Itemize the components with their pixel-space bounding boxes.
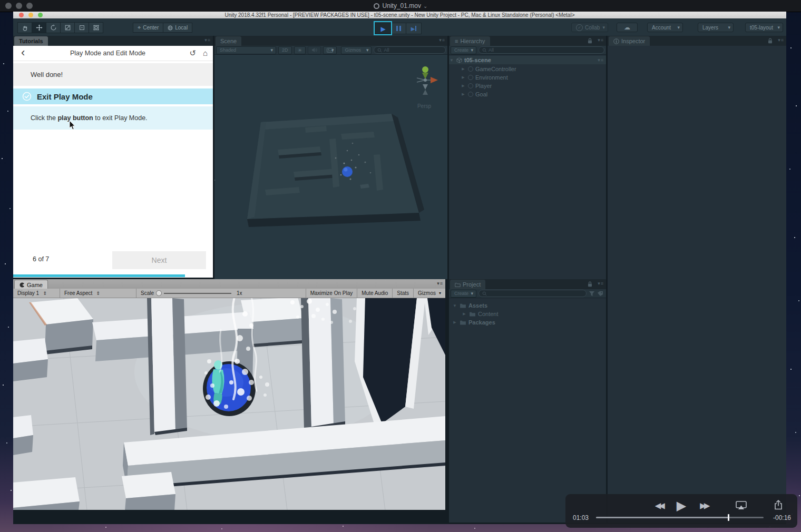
tutorial-progress-fill xyxy=(13,274,185,277)
game-viewport[interactable] xyxy=(13,298,445,510)
game-tabbar: Game xyxy=(13,279,445,289)
search-by-type-icon[interactable] xyxy=(589,291,595,297)
share-icon[interactable] xyxy=(774,500,783,510)
lock-icon[interactable] xyxy=(588,281,592,287)
foldout-icon[interactable]: ▶ xyxy=(461,92,466,96)
scene-gizmos-dropdown[interactable]: Gizmos xyxy=(341,46,372,54)
hierarchy-search-input[interactable]: All xyxy=(478,46,604,54)
hand-tool-button[interactable] xyxy=(17,22,32,33)
project-create-button[interactable]: Create xyxy=(451,290,476,298)
scale-slider[interactable]: Scale 1x xyxy=(136,289,247,298)
account-label: Account xyxy=(652,25,671,31)
pivot-center-button[interactable]: ⌖ Center xyxy=(133,23,163,33)
scene-effects-dropdown[interactable] xyxy=(323,46,337,54)
maximize-on-play-button[interactable]: Maximize On Play xyxy=(306,289,357,298)
scene-search-input[interactable]: All xyxy=(374,46,446,54)
next-button[interactable]: Next xyxy=(112,251,206,269)
display-dropdown[interactable]: Display 1 xyxy=(13,289,60,298)
account-dropdown[interactable]: Account xyxy=(647,23,683,32)
project-search-input[interactable] xyxy=(478,290,587,297)
aspect-dropdown[interactable]: Free Aspect xyxy=(60,289,136,298)
folder-icon xyxy=(460,320,466,325)
rotate-tool-button[interactable] xyxy=(46,22,60,33)
panel-menu-icon[interactable] xyxy=(439,37,445,43)
foldout-icon[interactable]: ▶ xyxy=(461,84,466,88)
hierarchy-item-label: Goal xyxy=(475,91,487,97)
restart-icon[interactable] xyxy=(189,48,196,58)
tab-inspector[interactable]: Inspector xyxy=(609,36,650,46)
rewind-icon[interactable] xyxy=(655,501,663,510)
back-icon[interactable] xyxy=(21,47,25,58)
scale-slider-knob[interactable] xyxy=(156,290,162,296)
fast-forward-icon[interactable] xyxy=(700,501,708,510)
airplay-icon[interactable] xyxy=(736,501,747,510)
tab-hierarchy[interactable]: Hierarchy xyxy=(450,36,490,46)
foldout-icon[interactable]: ▶ xyxy=(462,312,467,316)
lock-icon[interactable] xyxy=(588,38,592,44)
move-tool-button[interactable] xyxy=(32,22,46,33)
step-button[interactable] xyxy=(406,23,422,34)
active-step-row[interactable]: Exit Play Mode xyxy=(13,88,213,104)
panel-menu-icon[interactable] xyxy=(204,37,211,43)
hierarchy-item-environment[interactable]: ▶ Environment xyxy=(449,73,606,82)
scene-row-menu-icon[interactable] xyxy=(598,57,604,63)
home-icon[interactable] xyxy=(203,48,208,58)
scale-slider-track[interactable] xyxy=(164,293,231,294)
scene-row[interactable]: ▼ t05-scene xyxy=(449,56,606,64)
foldout-open-icon[interactable]: ▼ xyxy=(449,58,454,63)
tab-project[interactable]: Project xyxy=(450,280,485,289)
qt-title-chevron-icon[interactable]: ⌄ xyxy=(423,3,427,9)
scene-audio-button[interactable] xyxy=(308,46,321,54)
panel-menu-icon[interactable] xyxy=(437,281,443,286)
foldout-icon[interactable]: ▶ xyxy=(461,67,466,71)
layers-dropdown[interactable]: Layers xyxy=(698,23,734,32)
hierarchy-body: ▼ t05-scene ▶ GameController ▶ Environme… xyxy=(449,55,606,279)
scene-orientation-gizmo[interactable] xyxy=(411,64,440,97)
qt-play-icon[interactable] xyxy=(677,498,686,513)
transform-tool-button[interactable] xyxy=(89,22,103,33)
hierarchy-item-label: Player xyxy=(475,83,492,89)
search-by-label-icon[interactable] xyxy=(597,291,603,297)
stats-button[interactable]: Stats xyxy=(393,289,413,298)
rect-tool-button[interactable] xyxy=(74,22,89,33)
hierarchy-item-gamecontroller[interactable]: ▶ GameController xyxy=(449,65,606,73)
foldout-icon[interactable]: ▶ xyxy=(452,320,457,324)
tab-tutorials[interactable]: Tutorials xyxy=(14,36,48,46)
gameobject-icon xyxy=(468,66,473,72)
project-item-packages[interactable]: ▶ Packages xyxy=(449,318,606,327)
project-panel: Project Create ▼ Assets xyxy=(449,279,606,523)
foldout-open-icon[interactable]: ▼ xyxy=(452,303,457,308)
collab-dropdown[interactable]: ✓ Collab xyxy=(571,23,608,32)
scene-lighting-button[interactable]: ☀ xyxy=(294,46,306,54)
play-button[interactable] xyxy=(375,23,390,34)
panel-menu-icon[interactable] xyxy=(598,281,604,286)
draw-mode-dropdown[interactable]: Shaded xyxy=(216,46,276,54)
hierarchy-create-button[interactable]: Create xyxy=(451,46,476,54)
project-item-assets[interactable]: ▼ Assets xyxy=(449,301,606,310)
project-item-content[interactable]: ▶ Content xyxy=(449,310,606,318)
mute-audio-button[interactable]: Mute Audio xyxy=(357,289,392,298)
qt-progress-track[interactable] xyxy=(596,517,764,518)
game-panel: Game Display 1 Free Aspect Scale 1x Maxi… xyxy=(13,279,445,510)
perspective-label[interactable]: Persp xyxy=(408,103,440,109)
toggle-2d-button[interactable]: 2D xyxy=(278,46,292,54)
game-gizmos-dropdown[interactable]: Gizmos▾ xyxy=(414,289,445,298)
qt-playhead[interactable] xyxy=(728,514,729,521)
pivot-local-button[interactable]: Local xyxy=(163,23,192,33)
hierarchy-item-goal[interactable]: ▶ Goal xyxy=(449,90,606,98)
pivot-toggle-group: ⌖ Center Local xyxy=(133,23,192,33)
lock-icon[interactable] xyxy=(768,38,773,44)
panel-menu-icon[interactable] xyxy=(778,37,784,43)
hierarchy-item-player[interactable]: ▶ Player xyxy=(449,82,606,90)
project-tab-label: Project xyxy=(463,281,481,288)
tab-scene[interactable]: Scene xyxy=(216,36,241,46)
panel-menu-icon[interactable] xyxy=(598,37,604,43)
scale-tool-button[interactable] xyxy=(60,22,74,33)
cloud-services-button[interactable] xyxy=(617,23,638,32)
pause-button[interactable] xyxy=(390,23,406,34)
scene-viewport[interactable]: Persp xyxy=(214,55,447,279)
layout-dropdown[interactable]: t05-layout xyxy=(745,23,783,32)
quicktime-icon xyxy=(374,3,379,9)
hierarchy-tabbar: Hierarchy xyxy=(449,36,606,46)
foldout-icon[interactable]: ▶ xyxy=(461,75,466,80)
